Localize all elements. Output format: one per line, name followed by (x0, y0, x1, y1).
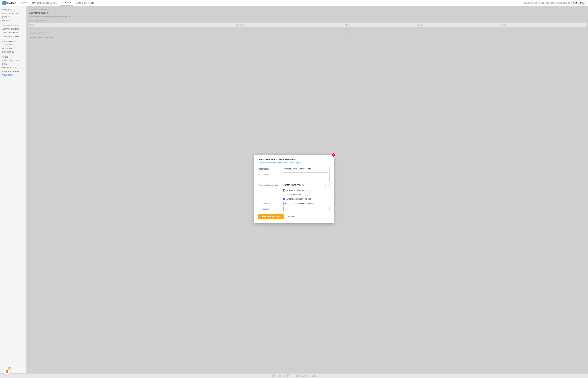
description1-row: Description: (258, 167, 330, 171)
threshold-label: Threshold: (258, 202, 283, 205)
voucher-pool-modal: ✕ VOUCHER POOL MANAGEMENT This area allo… (254, 155, 334, 223)
abuse-detection-help-icon[interactable]: ? (307, 193, 310, 196)
activate-reuse-group: Activate voucher reuse ? (283, 189, 310, 192)
description1-label: Description: (258, 167, 283, 170)
description2-row: Description: (258, 173, 330, 182)
cancel-button[interactable]: Cancel (285, 214, 298, 219)
g-icon-button[interactable]: g 10 (3, 367, 11, 375)
receiver-label: Receiver (258, 208, 283, 210)
modal-backdrop: ✕ VOUCHER POOL MANAGEMENT This area allo… (0, 0, 588, 378)
description1-input[interactable] (283, 167, 330, 171)
description2-field (283, 173, 330, 182)
description2-label: Description: (258, 173, 283, 176)
receiver-row: Receiver (258, 207, 330, 211)
threshold-row: Threshold: Unpublished vouchers (258, 202, 330, 206)
dummy-row: Voucher Dummy value: ? (258, 183, 330, 187)
activate-reuse-checkbox[interactable] (283, 189, 285, 191)
dummy-help-icon[interactable]: ? (327, 184, 330, 187)
receiver-input[interactable] (283, 207, 330, 211)
g-badge: 10 (8, 367, 11, 370)
activate-reuse-help-icon[interactable]: ? (307, 189, 310, 192)
abuse-detection-group: active abuse detection ? (283, 193, 310, 196)
dummy-label: Voucher Dummy value: (258, 183, 283, 187)
enable-notification-checkbox[interactable] (283, 198, 285, 200)
unpublished-text: Unpublished vouchers (294, 202, 314, 205)
save-voucher-pool-button[interactable]: Save voucher pool (258, 214, 283, 219)
abuse-detection-label: active abuse detection (286, 193, 306, 196)
description2-textarea[interactable] (283, 173, 330, 181)
abuse-detection-row: active abuse detection ? (283, 193, 330, 196)
abuse-detection-checkbox[interactable] (283, 194, 285, 196)
dummy-field: ? (283, 183, 330, 187)
description1-field (283, 167, 330, 171)
enable-notification-label: Enable notification by Email (287, 198, 311, 200)
modal-buttons: Save voucher pool Cancel (258, 214, 330, 219)
activate-reuse-row: Activate voucher reuse ? (283, 189, 330, 192)
notification-section: Enable notification by Email Threshold: … (258, 198, 330, 211)
threshold-input[interactable] (283, 202, 293, 206)
modal-subtitle: This area allows you to configure a vouc… (258, 162, 330, 164)
notification-checkbox-row: Enable notification by Email (283, 198, 330, 200)
dummy-input-group: ? (283, 183, 330, 187)
activate-reuse-label: Activate voucher reuse (286, 189, 307, 191)
modal-close-button[interactable]: ✕ (332, 153, 335, 157)
modal-title: VOUCHER POOL MANAGEMENT (258, 158, 330, 161)
dummy-input[interactable] (283, 183, 326, 187)
